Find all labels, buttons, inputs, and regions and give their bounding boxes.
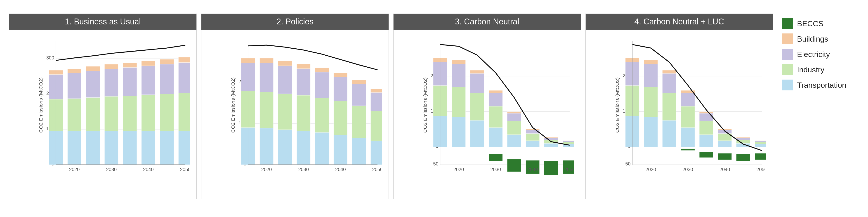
svg-rect-37	[178, 93, 190, 131]
svg-rect-66	[297, 95, 310, 131]
svg-text:2030: 2030	[298, 166, 309, 172]
svg-rect-23	[104, 64, 118, 69]
legend-label-industry: Industry	[797, 65, 825, 74]
svg-rect-72	[315, 68, 329, 72]
svg-rect-38	[178, 63, 190, 93]
svg-rect-59	[260, 63, 274, 92]
chart-header-chart1: 1. Business as Usual	[9, 14, 196, 30]
svg-rect-116	[489, 90, 502, 93]
svg-rect-34	[160, 64, 174, 94]
svg-rect-21	[104, 96, 118, 131]
svg-rect-163	[662, 93, 676, 121]
svg-rect-14	[68, 73, 81, 98]
svg-text:2020: 2020	[261, 166, 272, 172]
svg-rect-16	[86, 131, 100, 164]
svg-rect-65	[297, 131, 310, 165]
svg-rect-83	[370, 92, 382, 111]
svg-text:-50: -50	[432, 161, 438, 167]
svg-rect-180	[718, 153, 732, 160]
svg-rect-162	[662, 121, 676, 147]
legend-label-buildings: Buildings	[797, 35, 828, 43]
svg-rect-135	[563, 141, 574, 142]
svg-rect-183	[737, 138, 750, 140]
chart-panel-chart1: 1. Business as Usual01002003002020203020…	[9, 13, 197, 199]
svg-rect-175	[700, 152, 713, 158]
svg-text:-50: -50	[624, 161, 630, 167]
svg-rect-28	[142, 131, 155, 164]
svg-rect-186	[755, 144, 766, 147]
chart-panel-chart4: 4. Carbon Neutral + LUC-5001002002020203…	[585, 13, 773, 199]
chart-svg-chart2: 01002002020203020402050CO2 Emissions (Mt…	[231, 36, 382, 178]
svg-rect-117	[489, 154, 502, 161]
svg-text:2030: 2030	[106, 166, 117, 172]
svg-rect-68	[297, 64, 310, 68]
svg-rect-105	[452, 117, 466, 147]
svg-rect-13	[68, 98, 81, 131]
chart-panel-chart2: 2. Policies01002002020203020402050CO2 Em…	[201, 13, 389, 199]
svg-rect-168	[681, 93, 694, 106]
legend-swatch-industry	[782, 64, 793, 75]
svg-rect-124	[526, 133, 539, 141]
svg-rect-22	[104, 69, 118, 96]
svg-rect-190	[755, 153, 766, 160]
svg-rect-109	[470, 121, 484, 147]
svg-rect-174	[700, 112, 713, 114]
legend-label-transportation: Transportation	[797, 81, 846, 90]
svg-rect-179	[718, 129, 732, 130]
svg-text:CO2 Emissions (MtCO2): CO2 Emissions (MtCO2)	[231, 77, 236, 133]
svg-rect-26	[123, 67, 137, 96]
svg-rect-187	[755, 142, 766, 144]
chart-svg-chart1: 01002003002020203020402050CO2 Emissions …	[39, 36, 190, 178]
svg-rect-84	[370, 89, 382, 92]
svg-rect-78	[352, 106, 366, 138]
chart-header-chart4: 4. Carbon Neutral + LUC	[586, 14, 773, 30]
chart-header-chart3: 3. Carbon Neutral	[394, 14, 581, 30]
svg-rect-77	[352, 138, 366, 165]
svg-rect-170	[681, 149, 694, 151]
legend-item-electricity: Electricity	[782, 49, 855, 60]
svg-text:2020: 2020	[646, 166, 656, 172]
svg-rect-123	[526, 141, 539, 147]
svg-text:2030: 2030	[490, 166, 501, 172]
svg-rect-35	[160, 59, 174, 64]
svg-rect-189	[755, 141, 766, 141]
svg-rect-33	[160, 94, 174, 131]
svg-rect-71	[315, 72, 329, 98]
svg-rect-61	[278, 129, 292, 164]
svg-rect-39	[178, 57, 190, 62]
svg-rect-188	[755, 141, 766, 142]
svg-rect-108	[452, 60, 466, 64]
svg-rect-107	[452, 64, 466, 87]
svg-rect-184	[737, 137, 750, 138]
svg-rect-132	[544, 161, 558, 176]
svg-text:2030: 2030	[682, 166, 693, 172]
svg-rect-167	[681, 106, 694, 127]
svg-rect-30	[142, 66, 155, 95]
svg-rect-82	[370, 111, 382, 141]
svg-rect-70	[315, 98, 329, 132]
svg-text:2040: 2040	[719, 166, 730, 172]
svg-rect-119	[507, 121, 521, 134]
legend-item-beccs: BECCS	[782, 18, 855, 29]
legend-label-beccs: BECCS	[797, 19, 824, 28]
legend-swatch-transportation	[782, 80, 793, 90]
svg-rect-69	[315, 132, 329, 164]
svg-rect-128	[544, 143, 558, 147]
svg-rect-173	[700, 114, 713, 121]
svg-rect-111	[470, 73, 484, 93]
legend-panel: BECCSBuildingsElectricityIndustryTranspo…	[778, 13, 859, 95]
svg-rect-161	[644, 60, 658, 64]
svg-rect-15	[68, 69, 81, 73]
svg-rect-36	[178, 131, 190, 164]
svg-rect-27	[123, 63, 137, 67]
svg-rect-118	[507, 134, 521, 147]
svg-rect-115	[489, 93, 502, 106]
svg-rect-106	[452, 87, 466, 117]
svg-rect-32	[160, 131, 174, 164]
svg-rect-74	[334, 101, 347, 135]
legend-swatch-buildings	[782, 33, 793, 44]
svg-rect-176	[718, 141, 732, 147]
svg-rect-57	[260, 128, 274, 164]
svg-text:2020: 2020	[69, 166, 80, 172]
svg-rect-136	[563, 141, 574, 141]
